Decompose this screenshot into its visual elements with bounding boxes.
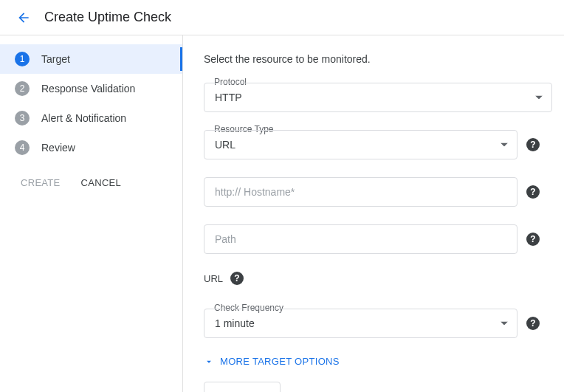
step-alert-notification[interactable]: 3 Alert & Notification <box>0 103 182 133</box>
content: 1 Target 2 Response Validation 3 Alert &… <box>0 35 564 392</box>
back-button[interactable] <box>12 6 35 30</box>
protocol-value: HTTP <box>215 92 242 103</box>
path-input[interactable]: Path <box>204 224 517 254</box>
instruction-text: Select the resource to be monitored. <box>204 53 552 65</box>
hostname-field: http:// Hostname* <box>204 177 517 207</box>
step-number: 1 <box>15 52 30 66</box>
check-frequency-value: 1 minute <box>215 317 255 329</box>
step-number: 4 <box>15 140 30 155</box>
resource-type-value: URL <box>215 139 235 151</box>
step-label: Alert & Notification <box>41 112 126 124</box>
resource-type-select[interactable]: URL <box>204 130 517 159</box>
path-placeholder: Path <box>215 233 236 245</box>
step-number: 2 <box>15 81 30 96</box>
help-icon[interactable]: ? <box>230 272 244 285</box>
hostname-prefix: http:// <box>215 186 241 198</box>
step-label: Response Validation <box>41 83 135 94</box>
url-label: URL <box>204 273 223 284</box>
resource-type-field: Resource Type URL <box>204 130 517 159</box>
url-label-row: URL ? <box>204 272 552 285</box>
check-frequency-field: Check Frequency 1 minute <box>204 309 517 338</box>
step-number: 3 <box>15 111 30 125</box>
continue-button[interactable]: CONTINUE <box>204 382 281 392</box>
protocol-row: Protocol HTTP <box>204 83 552 112</box>
step-review[interactable]: 4 Review <box>0 133 182 162</box>
help-icon[interactable]: ? <box>526 233 540 246</box>
resource-type-row: Resource Type URL ? <box>204 130 552 159</box>
caret-down-icon <box>501 322 508 326</box>
help-icon[interactable]: ? <box>526 138 540 151</box>
page-title: Create Uptime Check <box>44 10 171 25</box>
sidebar-actions: CREATE CANCEL <box>0 162 182 203</box>
cancel-button[interactable]: CANCEL <box>81 177 122 188</box>
more-target-options[interactable]: MORE TARGET OPTIONS <box>204 356 552 367</box>
check-frequency-row: Check Frequency 1 minute ? <box>204 309 552 338</box>
main-panel: Select the resource to be monitored. Pro… <box>183 35 564 392</box>
step-label: Review <box>41 142 75 154</box>
create-button[interactable]: CREATE <box>21 177 61 188</box>
path-row: Path ? <box>204 224 552 254</box>
step-response-validation[interactable]: 2 Response Validation <box>0 74 182 103</box>
caret-down-icon <box>535 96 543 100</box>
step-label: Target <box>41 53 70 65</box>
protocol-select[interactable]: HTTP <box>204 83 552 112</box>
hostname-row: http:// Hostname* ? <box>204 177 552 207</box>
path-field: Path <box>204 224 517 254</box>
continue-label: CONTINUE <box>216 390 268 393</box>
arrow-left-icon <box>16 10 31 25</box>
sidebar: 1 Target 2 Response Validation 3 Alert &… <box>0 35 183 392</box>
step-target[interactable]: 1 Target <box>0 44 182 74</box>
hostname-input[interactable]: http:// Hostname* <box>204 177 517 207</box>
hostname-placeholder: Hostname* <box>244 186 295 198</box>
caret-down-icon <box>501 143 508 147</box>
help-icon[interactable]: ? <box>526 185 540 199</box>
page-header: Create Uptime Check <box>0 0 564 35</box>
chevron-down-icon <box>204 357 214 367</box>
check-frequency-select[interactable]: 1 minute <box>204 309 517 338</box>
help-icon[interactable]: ? <box>526 317 540 330</box>
more-options-label: MORE TARGET OPTIONS <box>220 356 340 367</box>
protocol-field: Protocol HTTP <box>204 83 552 112</box>
